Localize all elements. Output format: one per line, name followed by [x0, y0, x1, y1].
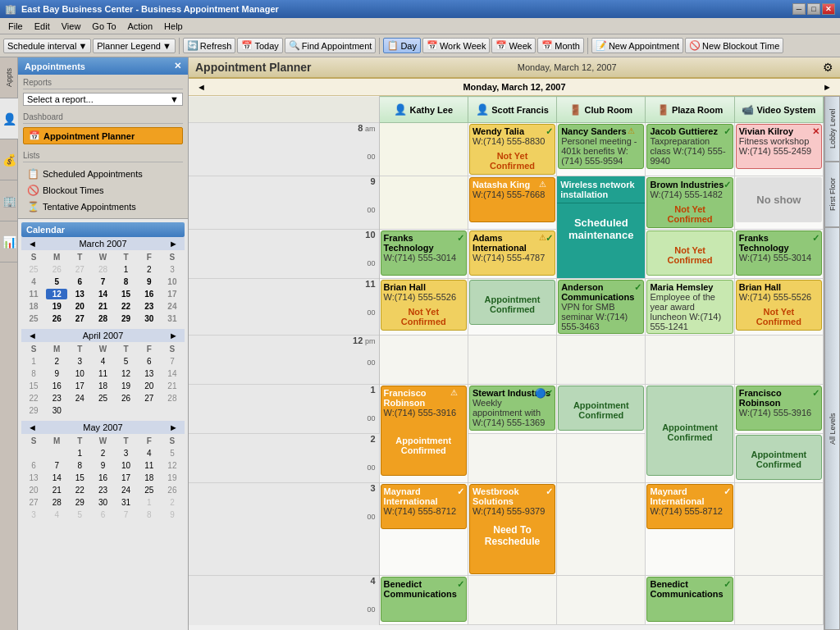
cal-day[interactable]: 5: [46, 276, 67, 287]
stewart-industries-appt[interactable]: ✓ 🔵 Stewart Industries Weekly appointmen…: [469, 386, 555, 431]
cal-day[interactable]: [162, 405, 183, 416]
natasha-king-appt[interactable]: ⚠ Natasha King W:(714) 555-7668: [469, 177, 555, 222]
cal-day[interactable]: [139, 405, 160, 416]
plaza-not-confirmed[interactable]: Not Yet Confirmed: [646, 231, 733, 276]
kathy-8am-cell[interactable]: [379, 123, 468, 176]
all-levels-tab[interactable]: All Levels: [824, 227, 840, 630]
cal-day[interactable]: 28: [162, 393, 183, 404]
anderson-comm-appt[interactable]: ✓ Anderson Communications VPN for SMB se…: [558, 280, 644, 334]
cal-day[interactable]: 8: [23, 368, 44, 379]
new-blockout-button[interactable]: 🚫 New Blockout Time: [685, 38, 783, 53]
find-appointment-button[interactable]: 🔍 Find Appointment: [285, 38, 377, 53]
menu-view[interactable]: View: [57, 21, 86, 32]
cal-day[interactable]: 27: [139, 393, 160, 404]
cal-day[interactable]: 9: [139, 276, 160, 287]
cal-day[interactable]: 14: [162, 368, 183, 379]
today-button[interactable]: 📅 Today: [237, 38, 282, 53]
scott-12pm-cell[interactable]: [468, 336, 556, 385]
cal-day[interactable]: 4: [92, 356, 113, 367]
video-8am-cell[interactable]: ✕ Vivian Kilroy Fitness workshop W:(714)…: [734, 123, 823, 176]
cal-day[interactable]: 11: [92, 368, 113, 379]
menu-edit[interactable]: Edit: [30, 21, 55, 32]
brown-industries-appt[interactable]: ✓ Brown Industries W:(714) 555-1482 Not …: [646, 177, 733, 228]
club-9am-cell[interactable]: Wireless network installation Scheduledm…: [557, 176, 646, 279]
plaza-12pm-cell[interactable]: [646, 336, 734, 385]
cal-day[interactable]: 25: [92, 393, 113, 404]
cal-day[interactable]: 9: [46, 368, 67, 379]
cal-day[interactable]: 21: [162, 381, 183, 391]
club-12pm-cell[interactable]: [557, 336, 646, 385]
new-appointment-button[interactable]: 📝 New Appointment: [591, 38, 683, 53]
cal-day[interactable]: 13: [139, 368, 160, 379]
kathy-12pm-cell[interactable]: [379, 336, 468, 385]
cal-day[interactable]: 20: [69, 301, 90, 312]
reports-icon-tab[interactable]: 📊: [0, 221, 18, 262]
reports-select[interactable]: Select a report... ▼: [23, 93, 183, 106]
minimize-button[interactable]: ─: [792, 3, 806, 15]
scott-1pm-cell[interactable]: ✓ 🔵 Stewart Industries Weekly appointmen…: [468, 385, 556, 434]
nancy-sanders-appt[interactable]: ⚠ Nancy Sanders Personel meeting - 401k …: [558, 124, 644, 169]
cal-day[interactable]: 15: [116, 289, 137, 299]
franks-tech-appt[interactable]: ✓ Franks Technology W:(714) 555-3014: [381, 231, 467, 276]
cal-day[interactable]: 23: [46, 393, 67, 404]
cal-day[interactable]: 26: [116, 393, 137, 404]
plaza-3pm-cell[interactable]: ✓ Maynard International W:(714) 555-8712: [646, 483, 734, 576]
maximize-button[interactable]: □: [807, 3, 820, 15]
plaza-11am-cell[interactable]: Maria Hemsley Employee of the year award…: [646, 279, 734, 336]
cal-day[interactable]: 15: [23, 381, 44, 391]
cal-day[interactable]: 24: [69, 393, 90, 404]
cal-day[interactable]: 11: [23, 289, 44, 299]
kathy-9am-cell[interactable]: [379, 176, 468, 230]
club-confirmed-appt[interactable]: Appointment Confirmed: [558, 386, 644, 431]
cal-day[interactable]: 8: [116, 276, 137, 287]
panel-close-button[interactable]: ✕: [174, 61, 181, 71]
cal-today[interactable]: 12: [46, 289, 67, 299]
brian-hall-video-appt[interactable]: Brian Hall W:(714) 555-5526 Not Yet Conf…: [736, 280, 822, 331]
cal-day[interactable]: 29: [116, 313, 137, 324]
scott-8am-cell[interactable]: ✓ Wendy Talia W:(714) 555-8830 Not Yet C…: [468, 123, 556, 176]
maria-hemsley-appt[interactable]: Maria Hemsley Employee of the year award…: [646, 280, 733, 334]
scott-2pm-cell[interactable]: [468, 434, 556, 483]
march-next-btn[interactable]: ►: [166, 239, 181, 249]
video-10am-cell[interactable]: ✓ Franks Technology W:(714) 555-3014: [734, 230, 823, 279]
first-floor-tab[interactable]: First Floor: [824, 162, 840, 227]
cal-day[interactable]: 13: [69, 289, 90, 299]
cal-day[interactable]: 7: [162, 356, 183, 367]
cal-day[interactable]: 10: [162, 276, 183, 287]
scott-11am-cell[interactable]: Appointment Confirmed: [468, 279, 556, 336]
benedict-comm-kathy-appt[interactable]: ✓ Benedict Communications: [381, 577, 467, 622]
sales-icon-tab[interactable]: 💰: [0, 139, 18, 180]
cal-day[interactable]: 18: [92, 381, 113, 391]
kathy-4pm-cell[interactable]: ✓ Benedict Communications: [379, 576, 468, 625]
cal-day[interactable]: 16: [139, 289, 160, 299]
cal-day[interactable]: 10: [69, 368, 90, 379]
cal-day[interactable]: 2: [139, 264, 160, 275]
kathy-11am-cell[interactable]: Brian Hall W:(714) 555-5526 Not Yet Conf…: [379, 279, 468, 336]
appointments-icon-tab[interactable]: Appts: [0, 57, 18, 98]
cal-day[interactable]: 12: [116, 368, 137, 379]
cal-day[interactable]: 26: [46, 313, 67, 324]
plaza-4pm-cell[interactable]: ✓ Benedict Communications: [646, 576, 734, 625]
lobby-level-tab[interactable]: Lobby Level: [824, 96, 840, 162]
cal-day[interactable]: 23: [139, 301, 160, 312]
scheduled-appointments-nav[interactable]: 📋 Scheduled Appointments: [23, 166, 183, 182]
blockout-times-nav[interactable]: 🚫 Blockout Times: [23, 182, 183, 199]
cal-day[interactable]: 7: [92, 276, 113, 287]
cal-day[interactable]: 6: [139, 356, 160, 367]
cal-day[interactable]: [69, 405, 90, 416]
cal-day[interactable]: 30: [46, 405, 67, 416]
franks-tech-video-appt[interactable]: ✓ Franks Technology W:(714) 555-3014: [736, 231, 822, 276]
video-11am-cell[interactable]: Brian Hall W:(714) 555-5526 Not Yet Conf…: [734, 279, 823, 336]
cal-day[interactable]: 28: [92, 313, 113, 324]
club-11am-cell[interactable]: ✓ Anderson Communications VPN for SMB se…: [557, 279, 646, 336]
planner-settings-icon[interactable]: ⚙: [823, 61, 833, 74]
cal-day[interactable]: 1: [23, 356, 44, 367]
maynard-intl-kathy-appt[interactable]: ✓ Maynard International W:(714) 555-8712: [381, 484, 467, 529]
video-confirmed-appt[interactable]: Appointment Confirmed: [736, 435, 822, 480]
cal-day[interactable]: 2: [46, 356, 67, 367]
scott-confirmed-appt[interactable]: Appointment Confirmed: [469, 280, 555, 325]
cal-day[interactable]: 22: [23, 393, 44, 404]
menu-help[interactable]: Help: [159, 21, 188, 32]
jacob-guttierez-appt[interactable]: ✓ Jacob Guttierez Taxpreparation class W…: [646, 124, 733, 169]
vivian-kilroy-appt[interactable]: ✕ Vivian Kilroy Fitness workshop W:(714)…: [736, 124, 822, 169]
